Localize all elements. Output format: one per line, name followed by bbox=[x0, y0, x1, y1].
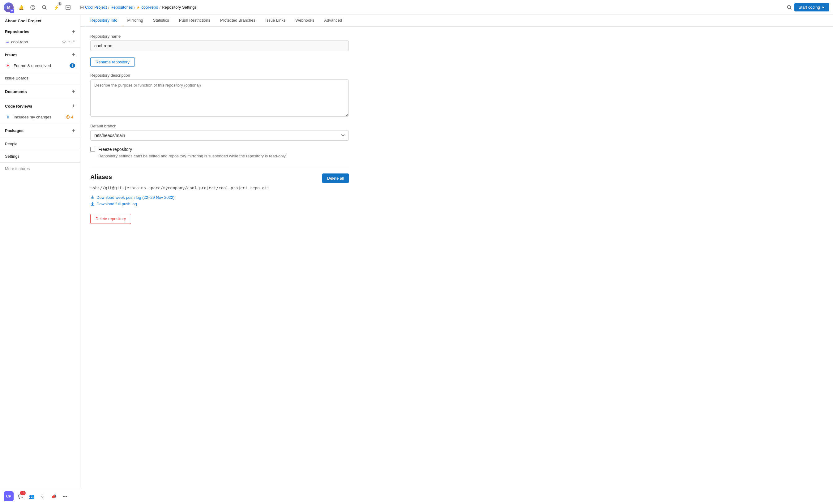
repo-description-textarea[interactable] bbox=[90, 79, 349, 117]
repo-name-input[interactable] bbox=[90, 41, 349, 51]
divider-7 bbox=[0, 150, 80, 150]
sidebar-item-more-features[interactable]: More features bbox=[0, 164, 80, 173]
activity-badge: 5 bbox=[57, 2, 62, 6]
tab-protected-branches[interactable]: Protected Branches bbox=[215, 15, 260, 26]
aliases-section: Aliases Delete all ssh://git@git.jetbrai… bbox=[90, 173, 349, 224]
alias-url: ssh://git@git.jetbrains.space/mycompany/… bbox=[90, 186, 349, 190]
more-options-icon[interactable]: ••• bbox=[61, 492, 69, 501]
content-area: Repository Info Mirroring Statistics Pus… bbox=[80, 15, 833, 504]
delete-repo-group: Delete repository bbox=[90, 214, 349, 224]
rename-repository-button[interactable]: Rename repository bbox=[90, 57, 135, 67]
tab-mirroring[interactable]: Mirroring bbox=[122, 15, 148, 26]
sidebar-item-code-review-my-changes[interactable]: ⬆ Includes my changes ⦿ 4 bbox=[0, 112, 80, 122]
svg-line-8 bbox=[790, 8, 791, 9]
sidebar-item-people[interactable]: People bbox=[0, 139, 80, 149]
repo-code-icon[interactable]: <> bbox=[62, 40, 66, 44]
freeze-checkbox-row: Freeze repository bbox=[90, 147, 349, 152]
start-coding-button[interactable]: Start coding bbox=[794, 3, 829, 11]
code-review-icon: ⬆ bbox=[5, 114, 11, 120]
freeze-repo-checkbox[interactable] bbox=[90, 147, 95, 152]
repo-name-group: Repository name bbox=[90, 34, 349, 51]
delete-repository-button[interactable]: Delete repository bbox=[90, 214, 131, 224]
sidebar: About Cool Project Repositories + ≡ cool… bbox=[0, 15, 80, 504]
tab-repository-info[interactable]: Repository Info bbox=[85, 15, 122, 26]
default-branch-select[interactable]: refs/heads/main bbox=[90, 130, 349, 141]
divider-form bbox=[90, 166, 349, 166]
repo-description-label: Repository description bbox=[90, 73, 349, 78]
svg-line-3 bbox=[45, 8, 47, 9]
sidebar-section-packages[interactable]: Packages + bbox=[0, 125, 80, 136]
main-layout: About Cool Project Repositories + ≡ cool… bbox=[0, 15, 833, 504]
team-icon[interactable]: 👥 bbox=[27, 492, 36, 501]
tab-statistics[interactable]: Statistics bbox=[148, 15, 174, 26]
divider-3 bbox=[0, 84, 80, 85]
chat-icon[interactable]: 💬 13 bbox=[16, 492, 25, 501]
sidebar-section-repositories[interactable]: Repositories + bbox=[0, 26, 80, 38]
packages-add-icon[interactable]: + bbox=[72, 128, 75, 133]
tab-bar: Repository Info Mirroring Statistics Pus… bbox=[80, 15, 833, 27]
breadcrumb-repositories[interactable]: Repositories bbox=[111, 5, 133, 9]
breadcrumb-repo[interactable]: cool-repo bbox=[141, 5, 158, 9]
svg-text:?: ? bbox=[32, 6, 34, 9]
tab-webhooks[interactable]: Webhooks bbox=[290, 15, 319, 26]
download-week-log-link[interactable]: Download week push log (22–29 Nov 2022) bbox=[90, 195, 349, 200]
freeze-repo-label[interactable]: Freeze repository bbox=[98, 147, 132, 152]
sidebar-project-title: About Cool Project bbox=[0, 15, 80, 26]
download-full-icon bbox=[90, 202, 95, 206]
repo-name-label: Repository name bbox=[90, 34, 349, 39]
project-avatar[interactable]: CP bbox=[4, 491, 14, 501]
avatar-badge: M bbox=[10, 9, 14, 13]
tab-push-restrictions[interactable]: Push Restrictions bbox=[174, 15, 215, 26]
megaphone-icon[interactable]: 📣 bbox=[49, 492, 58, 501]
divider-8 bbox=[0, 162, 80, 163]
shield-icon[interactable]: 🛡 bbox=[38, 492, 47, 501]
freeze-repo-group: Freeze repository Repository settings ca… bbox=[90, 147, 349, 158]
sidebar-section-issues[interactable]: Issues + bbox=[0, 49, 80, 61]
default-branch-group: Default branch refs/heads/main bbox=[90, 124, 349, 141]
notifications-icon[interactable]: 🔔 bbox=[17, 3, 25, 12]
project-grid-icon: ⊞ bbox=[80, 4, 84, 10]
issues-add-icon[interactable]: + bbox=[72, 52, 75, 57]
sidebar-section-code-reviews[interactable]: Code Reviews + bbox=[0, 100, 80, 112]
aliases-header-row: Aliases Delete all bbox=[90, 173, 349, 183]
sidebar-item-issue-boards[interactable]: Issue Boards bbox=[0, 73, 80, 83]
repo-star-icon: ★ bbox=[136, 5, 140, 9]
divider-1 bbox=[0, 47, 80, 48]
divider-2 bbox=[0, 72, 80, 72]
documents-add-icon[interactable]: + bbox=[72, 89, 75, 94]
activity-icon[interactable]: ⚡ 5 bbox=[52, 3, 61, 12]
breadcrumb-current: Repository Settings bbox=[162, 5, 197, 9]
sidebar-item-cool-repo[interactable]: ≡ cool-repo <> ⌥ ⑂ bbox=[0, 38, 80, 46]
issues-badge: 1 bbox=[70, 64, 75, 68]
nav-left: M M 🔔 ? ⚡ 5 bbox=[4, 2, 72, 13]
avatar[interactable]: M M bbox=[4, 2, 14, 13]
divider-6 bbox=[0, 138, 80, 138]
tab-advanced[interactable]: Advanced bbox=[319, 15, 347, 26]
repo-list-icon: ≡ bbox=[6, 39, 9, 44]
breadcrumb-project[interactable]: Cool Project bbox=[85, 5, 107, 9]
delete-all-button[interactable]: Delete all bbox=[322, 173, 349, 183]
search-icon[interactable] bbox=[40, 3, 49, 12]
breadcrumb: ⊞ Cool Project / Repositories / ★ cool-r… bbox=[75, 4, 784, 10]
issue-star-icon: ✱ bbox=[5, 63, 11, 69]
repo-branch-icon[interactable]: ⌥ bbox=[67, 40, 72, 44]
aliases-title: Aliases bbox=[90, 173, 112, 181]
download-full-log-link[interactable]: Download full push log bbox=[90, 201, 349, 206]
help-icon[interactable]: ? bbox=[28, 3, 37, 12]
divider-4 bbox=[0, 99, 80, 99]
sidebar-item-issues-unresolved[interactable]: ✱ For me & unresolved 1 bbox=[0, 61, 80, 71]
freeze-hint: Repository settings can't be edited and … bbox=[98, 154, 349, 158]
default-branch-label: Default branch bbox=[90, 124, 349, 128]
top-nav: M M 🔔 ? ⚡ 5 ⊞ Cool Project / Repositorie… bbox=[0, 0, 833, 15]
settings-content: Repository name Rename repository Reposi… bbox=[80, 27, 359, 231]
chat-badge: 13 bbox=[20, 491, 26, 495]
code-reviews-add-icon[interactable]: + bbox=[72, 103, 75, 109]
sidebar-bottom-bar: CP 💬 13 👥 🛡 📣 ••• bbox=[0, 488, 80, 504]
sidebar-item-settings[interactable]: Settings bbox=[0, 151, 80, 161]
sidebar-section-documents[interactable]: Documents + bbox=[0, 86, 80, 97]
repo-fork-icon[interactable]: ⑂ bbox=[73, 40, 75, 44]
add-icon[interactable] bbox=[64, 3, 72, 12]
search-top-icon[interactable] bbox=[787, 5, 792, 10]
repositories-add-icon[interactable]: + bbox=[72, 29, 75, 34]
tab-issue-links[interactable]: Issue Links bbox=[260, 15, 290, 26]
